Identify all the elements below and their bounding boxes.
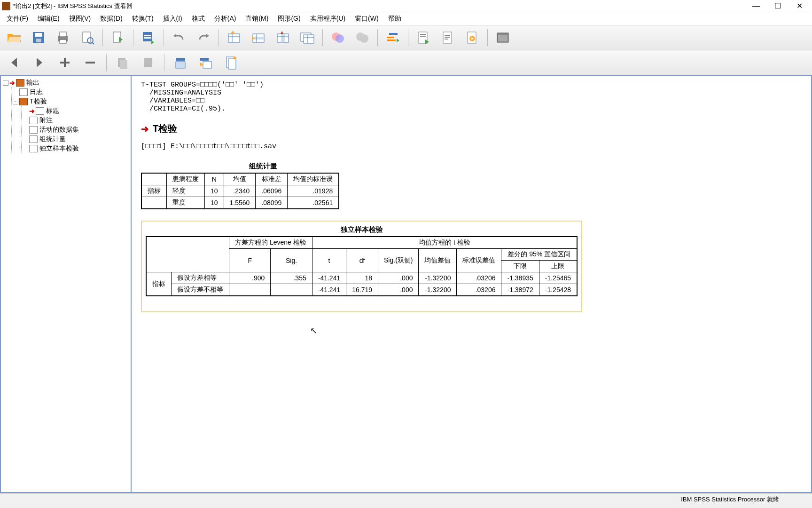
svg-rect-43	[498, 35, 508, 41]
col-header: 标准差	[256, 173, 288, 185]
table1-title: 组统计量	[141, 162, 385, 171]
menu-transform[interactable]: 转换(T)	[129, 14, 156, 24]
syntax-block: T-TEST GROUPS=□□□□('□□' '□□') /MISSING=A…	[141, 81, 802, 113]
designate-window-button[interactable]	[492, 27, 513, 48]
group-statistics-table[interactable]: 患病程度 N 均值 标准差 均值的标准误 指标 轻度 10 .2340 .060…	[141, 173, 339, 209]
save-button[interactable]	[28, 27, 49, 48]
menu-utilities[interactable]: 实用程序(U)	[307, 14, 348, 24]
col-header: 标准误差值	[457, 249, 501, 272]
menu-format[interactable]: 格式	[189, 14, 208, 24]
tree-label: 独立样本检验	[39, 144, 79, 153]
maximize-button[interactable]: ☐	[767, 0, 789, 12]
svg-point-29	[360, 34, 368, 43]
menu-view[interactable]: 视图(V)	[66, 14, 94, 24]
show-button[interactable]	[170, 52, 191, 73]
tree-title[interactable]: ➜ 标题	[23, 106, 129, 116]
table-row: 重度 10 1.5560 .08099 .02561	[141, 197, 339, 209]
svg-rect-47	[144, 58, 152, 67]
col-header: 差分的 95% 置信区间	[501, 249, 577, 261]
open-button[interactable]	[4, 27, 24, 48]
minimize-button[interactable]: —	[745, 0, 767, 12]
col-header: Sig.	[271, 249, 312, 272]
goto-case-button[interactable]	[248, 27, 269, 48]
menu-graphs[interactable]: 图形(G)	[275, 14, 303, 24]
toolbar-nav	[0, 50, 812, 75]
tree-active-dataset[interactable]: 活动的数据集	[23, 125, 129, 135]
svg-rect-46	[120, 60, 127, 69]
redo-button[interactable]	[193, 27, 214, 48]
row-label: 指标	[146, 272, 172, 296]
print-button[interactable]	[53, 27, 73, 48]
new-page-button[interactable]	[221, 52, 242, 73]
section-heading: ➜ T检验	[141, 122, 802, 135]
print-preview-button[interactable]	[77, 27, 98, 48]
table2-title: 独立样本检验	[146, 225, 578, 234]
tree-ttest[interactable]: − T检验	[13, 97, 129, 106]
tree-independent-test[interactable]: 独立样本检验	[23, 144, 129, 153]
goto-data-button[interactable]	[224, 27, 244, 48]
menu-analyze[interactable]: 分析(A)	[211, 14, 239, 24]
cursor-icon: ↖	[310, 325, 317, 336]
menu-help[interactable]: 帮助	[385, 14, 404, 24]
svg-rect-10	[143, 32, 152, 41]
insert-text-button[interactable]	[437, 27, 458, 48]
tree-log[interactable]: 日志	[13, 87, 129, 97]
table-row: 指标 假设方差相等 .900 .355 -41.241 18 .000 -1.3…	[146, 272, 577, 284]
svg-rect-4	[60, 32, 66, 37]
undo-button[interactable]	[169, 27, 189, 48]
tree-group-stats[interactable]: 组统计量	[23, 135, 129, 144]
collapse-button[interactable]	[138, 52, 158, 73]
svg-rect-32	[387, 40, 396, 41]
col-header: 上限	[539, 261, 577, 272]
export-button[interactable]	[108, 27, 128, 48]
menu-direct[interactable]: 直销(M)	[242, 14, 271, 24]
svg-rect-53	[228, 59, 236, 69]
svg-rect-31	[387, 37, 394, 38]
output-viewer[interactable]: T-TEST GROUPS=□□□□('□□' '□□') /MISSING=A…	[132, 75, 812, 493]
select-button[interactable]	[328, 27, 348, 48]
svg-rect-23	[304, 35, 314, 43]
tree-notes[interactable]: 附注	[23, 116, 129, 125]
menu-window[interactable]: 窗口(W)	[352, 14, 382, 24]
close-button[interactable]: ✕	[789, 0, 810, 12]
independent-test-wrap[interactable]: 独立样本检验 方差方程的 Levene 检验 均值方程的 t 检验 F Sig.…	[141, 221, 582, 312]
run-script-button[interactable]	[462, 27, 483, 48]
outline-pane[interactable]: −➜ 输出 日志 − T检验 ➜ 标题	[0, 75, 132, 493]
page-icon	[29, 126, 38, 134]
back-button[interactable]	[4, 52, 24, 73]
promote-button[interactable]	[55, 52, 75, 73]
goto-variable-button[interactable]	[273, 27, 293, 48]
col-header: 患病程度	[167, 173, 205, 185]
tree-label: 输出	[26, 79, 39, 87]
col-header: 下限	[501, 261, 539, 272]
menu-edit[interactable]: 编辑(E)	[35, 14, 62, 24]
tree-label: 附注	[39, 116, 53, 125]
svg-rect-39	[445, 39, 448, 40]
svg-rect-6	[83, 32, 90, 42]
page-icon	[29, 135, 38, 143]
variables-button[interactable]	[297, 27, 318, 48]
svg-rect-13	[228, 34, 240, 42]
menu-data[interactable]: 数据(D)	[97, 14, 125, 24]
menu-insert[interactable]: 插入(I)	[160, 14, 185, 24]
col-header: 均值的标准误	[288, 173, 339, 185]
svg-rect-2	[36, 39, 41, 42]
tree-root-output[interactable]: −➜ 输出	[3, 78, 129, 87]
tree-label: 组统计量	[39, 135, 66, 143]
forward-button[interactable]	[29, 52, 50, 73]
insert-heading-button[interactable]	[383, 27, 403, 48]
svg-rect-50	[200, 58, 209, 61]
select-disabled-button	[352, 27, 373, 48]
svg-rect-11	[144, 35, 151, 36]
menubar: 文件(F) 编辑(E) 视图(V) 数据(D) 转换(T) 插入(I) 格式 分…	[0, 12, 812, 25]
status-processor: IBM SPSS Statistics Processor 就绪	[676, 493, 784, 505]
svg-rect-49	[176, 62, 185, 68]
insert-title-button[interactable]	[413, 27, 434, 48]
table-row: 指标 轻度 10 .2340 .06096 .01928	[141, 185, 339, 197]
demote-button[interactable]	[80, 52, 101, 73]
hide-button[interactable]	[195, 52, 216, 73]
recall-dialog-button[interactable]	[138, 27, 159, 48]
independent-samples-table: 方差方程的 Levene 检验 均值方程的 t 检验 F Sig. t df S…	[146, 236, 578, 296]
menu-file[interactable]: 文件(F)	[4, 14, 31, 24]
expand-button[interactable]	[112, 52, 133, 73]
